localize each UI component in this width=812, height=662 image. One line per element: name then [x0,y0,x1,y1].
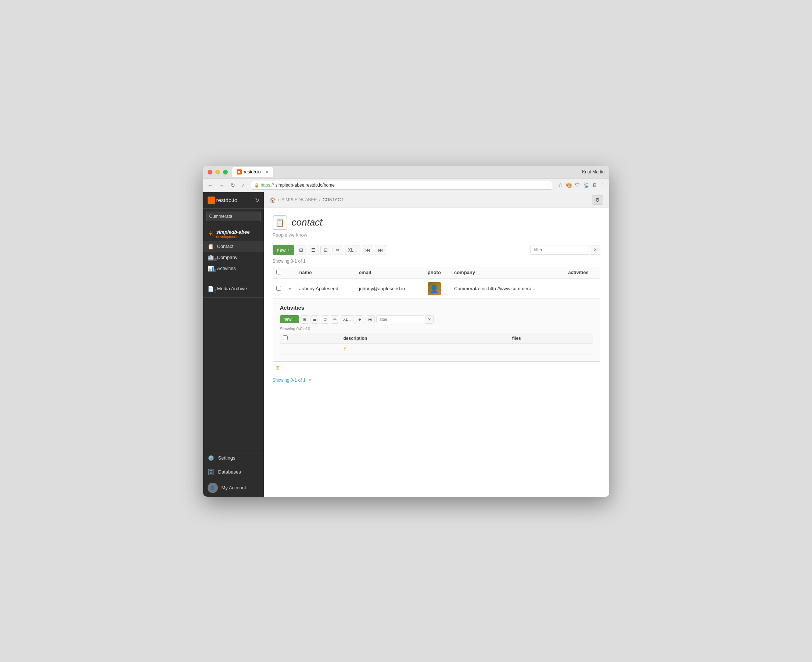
sub-card-view-button[interactable]: ⊡ [321,315,329,324]
bookmark-icon[interactable]: ☆ [558,182,563,188]
ssl-lock-icon: 🔒 [254,183,259,188]
sidebar-item-settings[interactable]: ⚙️ Settings [203,451,264,465]
sidebar-item-media-archive[interactable]: 📄 Media Archive 2 [203,283,264,294]
sub-sigma-symbol: Σ [341,344,593,355]
table-row: ▼ Johnny Appleseed johnny@appleseed.io C… [273,279,600,299]
media-archive-icon: 📄 [207,286,214,292]
minimize-button[interactable] [215,170,220,175]
sidebar-divider [203,280,264,280]
databases-icon: 🗄️ [207,469,215,476]
breadcrumb-db-link[interactable]: SIMPLEDB-ABEE [281,197,317,202]
expanded-row: Activities new + ⊞ ☰ ⊡ ✏ XL ↓ ⏮ ⏭ [273,298,600,361]
grid-view-button[interactable]: ⊞ [296,245,306,255]
sidebar-header: restdb.io ↻ [203,192,264,209]
sub-xl-button[interactable]: XL ↓ [341,315,354,323]
sub-last-page-button[interactable]: ⏭ [366,315,375,323]
color-picker-icon[interactable]: 🎨 [566,182,572,188]
activities-count: 0 [214,269,216,273]
sidebar-item-company[interactable]: 🏢 Company 32 [203,252,264,263]
filter-input[interactable] [530,245,589,255]
xl-export-button[interactable]: XL ↓ [345,245,361,255]
cast-icon[interactable]: 🖥 [592,182,597,188]
media-archive-count: 2 [214,289,216,293]
header-name: name [296,267,355,279]
sub-header-description: description [341,333,509,344]
sub-list-view-button[interactable]: ☰ [310,315,319,324]
edit-showing-icon[interactable]: ✏ [309,378,312,382]
sub-toolbar: new + ⊞ ☰ ⊡ ✏ XL ↓ ⏮ ⏭ ✕ [280,315,593,324]
filter-clear-button[interactable]: ✕ [590,245,600,255]
sub-table: description files Σ [280,333,593,355]
sub-select-all-checkbox[interactable] [283,336,288,340]
showing-footer[interactable]: Showing 0-1 of 1 ✏ [273,378,600,383]
refresh-icon[interactable]: ↻ [255,197,259,203]
last-page-button[interactable]: ⏭ [375,245,386,255]
sub-sigma-checkbox [280,344,341,355]
card-view-button[interactable]: ⊡ [320,245,331,255]
content-area: 📋 contact People we know new + ⊞ ☰ ⊡ ✏ X… [264,208,609,496]
logo: restdb.io [207,196,238,204]
address-bar[interactable]: 🔒 https:// simpledb-abee.restdb.io/home [251,181,552,190]
url-host: simpledb-abee.restdb.io/home [276,183,335,188]
home-button[interactable]: ⌂ [240,182,248,188]
breadcrumb-sep-2: / [319,197,320,202]
header-checkbox-col [273,267,285,279]
tab-favicon-icon [236,169,242,175]
select-all-checkbox[interactable] [276,270,281,275]
browser-tab[interactable]: restdb.io ✕ [232,167,273,177]
collection-description: People we know [273,232,600,238]
breadcrumb-current: CONTACT [323,197,344,202]
sidebar-item-databases[interactable]: 🗄️ Databases [203,465,264,479]
breadcrumb-home-icon[interactable]: 🏠 [270,197,276,203]
menu-icon[interactable]: ⋮ [600,182,606,188]
sidebar-item-label-contact: Contact [217,244,234,249]
sub-grid-view-button[interactable]: ⊞ [301,315,309,324]
back-button[interactable]: ← [207,182,215,188]
tab-close-icon[interactable]: ✕ [265,170,269,175]
database-search-input[interactable] [206,212,261,221]
logo-icon [207,196,215,204]
company-count: 32 [214,258,218,262]
sub-first-page-button[interactable]: ⏮ [355,315,364,323]
header-expand-col [285,267,296,279]
header-email: email [355,267,424,279]
row-expand-cell: ▼ [285,279,296,299]
list-view-button[interactable]: ☰ [308,245,319,255]
sub-new-button[interactable]: new + [280,315,299,323]
reload-button[interactable]: ↻ [229,182,237,188]
edit-view-button[interactable]: ✏ [333,245,343,255]
sub-sigma-row: Σ [280,344,593,355]
tab-bar: restdb.io ✕ [232,167,582,177]
sidebar-item-activities[interactable]: 📊 Activities 0 [203,263,264,274]
rss-icon[interactable]: 📡 [583,182,589,188]
sub-section-title: Activities [280,305,593,311]
row-name-cell[interactable]: Johnny Appleseed [296,279,355,299]
new-record-button[interactable]: new + [273,245,294,255]
databases-label: Databases [218,469,241,475]
sub-filter-clear-button[interactable]: ✕ [426,315,434,324]
row-company-cell[interactable]: Cummerata Inc http://www.cummera... [450,279,564,299]
row-email-cell[interactable]: johnny@appleseed.io [355,279,424,299]
first-page-button[interactable]: ⏮ [362,245,373,255]
sidebar-item-my-account[interactable]: 👤 My Account [203,479,264,496]
close-button[interactable] [207,170,212,175]
db-header[interactable]: 🗄 simpledb-abee development [203,227,264,241]
breadcrumb-sep-1: / [278,197,279,202]
row-expand-icon[interactable]: ▼ [288,287,292,291]
row-photo-cell [424,279,450,299]
settings-gear-button[interactable]: ⚙ [592,195,603,205]
expanded-cell: Activities new + ⊞ ☰ ⊡ ✏ XL ↓ ⏮ ⏭ [273,298,600,361]
row-checkbox[interactable] [276,286,281,291]
breadcrumb-bar: 🏠 / SIMPLEDB-ABEE / CONTACT ⚙ [264,192,609,208]
maximize-button[interactable] [223,170,228,175]
main-toolbar: new + ⊞ ☰ ⊡ ✏ XL ↓ ⏮ ⏭ ✕ [273,245,600,255]
sub-edit-view-button[interactable]: ✏ [331,315,339,324]
sub-filter-input[interactable] [376,315,424,323]
sidebar-divider-2 [203,297,264,297]
sidebar-bottom: ⚙️ Settings 🗄️ Databases 👤 My Account [203,451,264,496]
sidebar-item-contact[interactable]: 📋 Contact 1 [203,241,264,252]
sub-header-checkbox [280,333,341,344]
shield-icon[interactable]: 🛡 [575,182,580,188]
sub-header-files: files [509,333,593,344]
forward-button[interactable]: → [218,182,226,188]
